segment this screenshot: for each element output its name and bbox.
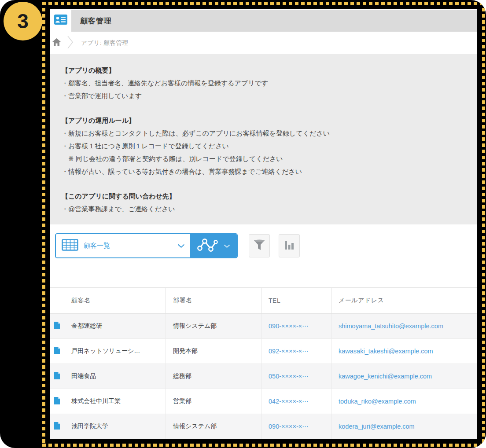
cell-customer: 池田学院大学 <box>64 414 166 439</box>
breadcrumb: アプリ: 顧客管理 <box>50 32 477 54</box>
records-table: 顧客名 部署名 TEL メールアドレス <box>50 287 477 439</box>
table-row: 金都運総研 情報システム部 090-××××-×⋯ shimoyama_tats… <box>50 314 477 339</box>
record-link[interactable] <box>50 364 64 389</box>
description-line: ・お客様１社につき原則１レコードで登録してください <box>62 140 468 152</box>
description-line: ・新規にお客様とコンタクトした際は、必ずこのアプリにお客様情報を登録してください <box>62 127 468 140</box>
annotation-step-badge: 3 <box>4 2 42 40</box>
app-window: 顧客管理 <box>50 9 477 439</box>
record-link[interactable] <box>50 314 64 338</box>
table-row: 田端食品 総務部 050-××××-×⋯ kawagoe_kenichi@exa… <box>50 364 477 389</box>
table-row: 池田学院大学 情報システム部 090-××××-×⋯ kodera_juri@e… <box>50 414 477 439</box>
record-page-icon <box>54 397 60 406</box>
cell-tel-link[interactable]: 042-××××-×⋯ <box>261 389 331 414</box>
cell-tel-link[interactable]: 090-××××-×⋯ <box>261 314 331 338</box>
cell-email-link[interactable]: toduka_riko@example.com <box>331 389 477 414</box>
description-line: 【このアプリに関する問い合わせ先】 <box>62 190 468 202</box>
description-line: 【アプリの概要】 <box>62 64 468 77</box>
record-page-icon <box>54 346 60 356</box>
description-line: ・@営業事務課まで、ご連絡ください <box>62 202 468 215</box>
table-row: 株式会社中川工業 営業部 042-××××-×⋯ toduka_riko@exa… <box>50 389 477 414</box>
description-line <box>62 178 468 190</box>
filter-funnel-icon <box>253 239 265 253</box>
table-view-icon <box>62 239 78 253</box>
annotation-border-right <box>482 2 485 447</box>
cell-email-link[interactable]: kodera_juri@example.com <box>331 414 477 439</box>
breadcrumb-label: アプリ: 顧客管理 <box>81 39 128 47</box>
annotation-border-left <box>42 2 45 447</box>
annotation-border-top <box>42 2 484 5</box>
description-line <box>62 102 468 114</box>
record-link[interactable] <box>50 389 64 414</box>
cell-customer: 戸田ネットソリューシ… <box>64 339 166 364</box>
description-line: ※ 同じ会社の違う部署と契約する際は、別レコードで登録してください <box>62 152 468 165</box>
cell-customer: 株式会社中川工業 <box>64 389 166 414</box>
description-line: 【アプリの運用ルール】 <box>62 114 468 127</box>
app-description: 【アプリの概要】 ・顧客名、担当者名、連絡先などお客様の情報を登録するアプリです… <box>50 54 477 224</box>
cell-department: 情報システム部 <box>166 314 261 338</box>
contact-card-icon <box>54 15 67 26</box>
table-header-icon-column <box>50 288 64 313</box>
cell-email-link[interactable]: kawagoe_kenichi@example.com <box>331 364 477 389</box>
record-link[interactable] <box>50 339 64 364</box>
description-line: ・顧客名、担当者名、連絡先などお客様の情報を登録するアプリです <box>62 77 468 89</box>
annotation-border-bottom <box>42 444 484 447</box>
app-header-bar: 顧客管理 <box>71 10 477 32</box>
table-header-department[interactable]: 部署名 <box>166 288 261 313</box>
table-row: 戸田ネットソリューシ… 開発本部 092-××××-×⋯ kawasaki_ta… <box>50 339 477 364</box>
table-header-customer[interactable]: 顧客名 <box>64 288 166 313</box>
table-header-row: 顧客名 部署名 TEL メールアドレス <box>50 287 477 314</box>
view-selector[interactable]: 顧客一覧 <box>55 233 238 258</box>
record-page-icon <box>54 321 60 331</box>
chevron-down-icon <box>177 242 185 250</box>
description-line: ・情報が古い、誤っている等お気付きの場合は、営業事務課までご連絡ください <box>62 165 468 178</box>
line-graph-icon <box>197 237 219 255</box>
cell-email-link[interactable]: shimoyama_tatsuhito@example.com <box>331 314 477 338</box>
cell-tel-link[interactable]: 092-××××-×⋯ <box>261 339 331 364</box>
cell-department: 開発本部 <box>166 339 261 364</box>
cell-tel-link[interactable]: 090-××××-×⋯ <box>261 414 331 439</box>
record-link[interactable] <box>50 414 64 439</box>
record-page-icon <box>54 422 60 431</box>
table-body: 金都運総研 情報システム部 090-××××-×⋯ shimoyama_tats… <box>50 314 477 439</box>
graph-view-button[interactable] <box>190 234 237 257</box>
cell-customer: 金都運総研 <box>64 314 166 338</box>
cell-department: 総務部 <box>166 364 261 389</box>
selected-view-name: 顧客一覧 <box>84 242 177 250</box>
cell-email-link[interactable]: kawasaki_takeshi@example.com <box>331 339 477 364</box>
bar-chart-icon <box>284 240 295 252</box>
home-icon[interactable] <box>52 38 61 48</box>
record-page-icon <box>54 371 60 381</box>
screenshot-canvas: 3 顧客管理 <box>0 0 486 448</box>
description-line: ・営業部で運用しています <box>62 89 468 102</box>
cell-department: 営業部 <box>166 389 261 414</box>
table-header-tel[interactable]: TEL <box>261 288 331 313</box>
view-selector-current[interactable]: 顧客一覧 <box>56 234 190 257</box>
cell-tel-link[interactable]: 050-××××-×⋯ <box>261 364 331 389</box>
chart-button[interactable] <box>279 234 300 257</box>
cell-customer: 田端食品 <box>64 364 166 389</box>
cell-department: 情報システム部 <box>166 414 261 439</box>
app-icon-tab[interactable] <box>50 9 71 32</box>
view-toolbar: 顧客一覧 <box>50 224 477 287</box>
chevron-down-icon <box>224 242 230 250</box>
table-header-email[interactable]: メールアドレス <box>331 288 477 313</box>
app-title: 顧客管理 <box>80 16 112 26</box>
filter-button[interactable] <box>249 234 270 257</box>
breadcrumb-chevron-icon <box>67 35 74 51</box>
